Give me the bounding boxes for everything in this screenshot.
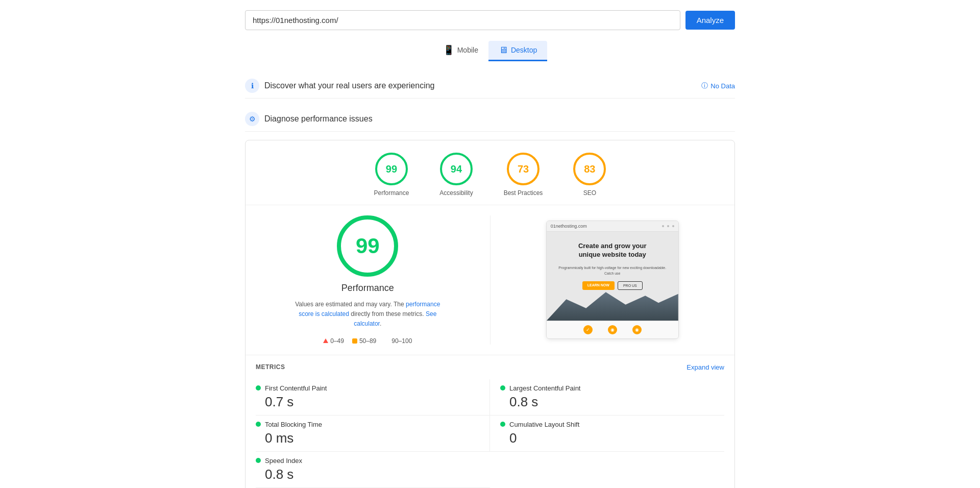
metric-lcp-value: 0.8 s (500, 394, 724, 410)
discover-title: Discover what your real users are experi… (264, 81, 434, 90)
preview-subtext: Programmically built for high-voltage fo… (554, 265, 671, 276)
metric-si-name: Speed Index (265, 457, 302, 465)
metric-fcp-dot (256, 385, 261, 391)
metric-tbt-dot (256, 422, 261, 427)
metric-fcp: First Contentful Paint 0.7 s (256, 379, 490, 416)
score-circle-seo: 83 (573, 153, 606, 185)
metric-cls: Cumulative Layout Shift 0 (490, 416, 724, 452)
legend-item-good: 90–100 (384, 337, 412, 345)
no-data-badge: ⓘ No Data (701, 81, 735, 90)
diagnose-icon: ⚙ (245, 112, 259, 126)
preview-icons-row: ✓ ◉ ◉ (547, 321, 678, 338)
preview-icon-3: ◉ (632, 325, 642, 334)
metric-fcp-name: First Contentful Paint (265, 384, 327, 392)
nav-dot-3 (672, 225, 674, 227)
big-score-circle: 99 (337, 215, 398, 277)
metric-cls-name: Cumulative Layout Shift (509, 421, 579, 428)
score-item-accessibility: 94 Accessibility (439, 153, 473, 197)
diagnose-section-header: ⚙ Diagnose performance issues (245, 107, 735, 132)
preview-bar: 01nethosting.com (547, 221, 678, 232)
preview-url: 01nethosting.com (551, 224, 658, 229)
big-score-label: Performance (341, 283, 394, 294)
metric-tbt-name-row: Total Blocking Time (256, 421, 479, 428)
preview-headline: Create and grow yourunique website today (578, 242, 647, 259)
legend-row: 0–49 50–89 90–100 (323, 337, 412, 345)
metric-si: Speed Index 0.8 s (256, 452, 490, 488)
discover-section-header: ℹ Discover what your real users are expe… (245, 74, 735, 99)
website-preview: 01nethosting.com Create and grow youruni… (546, 221, 679, 339)
metric-cls-value: 0 (500, 430, 724, 446)
metrics-title: METRICS (256, 363, 285, 371)
diagnose-title: Diagnose performance issues (264, 114, 373, 124)
score-circle-accessibility: 94 (440, 153, 473, 185)
metric-fcp-name-row: First Contentful Paint (256, 384, 479, 392)
analyze-button[interactable]: Analyze (685, 11, 735, 30)
metrics-header: METRICS Expand view (256, 363, 724, 371)
preview-icon-2: ◉ (608, 325, 617, 334)
tabs-row: 📱 Mobile 🖥 Desktop (245, 40, 735, 61)
preview-cta-2: PRO US (618, 281, 643, 290)
average-icon (352, 338, 357, 344)
expand-view-button[interactable]: Expand view (687, 363, 724, 371)
detail-right: 01nethosting.com Create and grow youruni… (491, 215, 725, 345)
metric-cls-dot (500, 422, 505, 427)
score-label-seo: SEO (583, 189, 596, 197)
metric-lcp-dot (500, 385, 505, 391)
good-icon (384, 338, 389, 344)
score-item-seo: 83 SEO (573, 153, 606, 197)
scores-row: 99 Performance 94 Accessibility 73 Best … (246, 140, 734, 205)
metric-si-name-row: Speed Index (256, 457, 480, 465)
metric-tbt-name: Total Blocking Time (265, 421, 322, 428)
metric-cls-name-row: Cumulative Layout Shift (500, 421, 724, 428)
detail-left: 99 Performance Values are estimated and … (256, 215, 491, 345)
legend-item-average: 50–89 (352, 337, 376, 345)
score-note: Values are estimated and may vary. The p… (291, 300, 444, 329)
metric-lcp-name: Largest Contentful Paint (509, 384, 580, 392)
search-bar: Analyze (245, 10, 735, 30)
desktop-icon: 🖥 (499, 45, 508, 56)
score-label-performance: Performance (374, 189, 409, 197)
discover-icon: ℹ (245, 79, 259, 93)
score-circle-best-practices: 73 (507, 153, 540, 185)
mobile-icon: 📱 (443, 44, 454, 56)
metrics-grid: First Contentful Paint 0.7 s Largest Con… (256, 379, 724, 488)
metric-lcp-name-row: Largest Contentful Paint (500, 384, 724, 392)
metric-tbt-value: 0 ms (256, 430, 479, 446)
preview-cta-1: LEARN NOW (582, 281, 615, 290)
preview-icon-1: ✓ (583, 325, 593, 334)
score-item-best-practices: 73 Best Practices (504, 153, 543, 197)
score-circle-performance: 99 (375, 153, 408, 185)
calc-link-2[interactable]: See calculator (354, 310, 436, 327)
score-label-best-practices: Best Practices (504, 189, 543, 197)
metric-tbt: Total Blocking Time 0 ms (256, 416, 490, 452)
metric-si-dot (256, 458, 261, 463)
info-icon: ⓘ (701, 81, 708, 90)
url-input[interactable] (245, 10, 680, 30)
metrics-section: METRICS Expand view First Contentful Pai… (246, 355, 734, 488)
score-label-accessibility: Accessibility (439, 189, 473, 197)
calc-link-1[interactable]: performance score is calculated (299, 301, 440, 318)
score-item-performance: 99 Performance (374, 153, 409, 197)
legend-item-fail: 0–49 (323, 337, 344, 345)
metric-si-value: 0.8 s (256, 467, 480, 482)
metric-fcp-value: 0.7 s (256, 394, 479, 410)
metric-lcp: Largest Contentful Paint 0.8 s (490, 379, 724, 416)
fail-icon (323, 338, 328, 343)
nav-dot-2 (667, 225, 669, 227)
tab-desktop[interactable]: 🖥 Desktop (488, 41, 547, 61)
preview-content: Create and grow yourunique website today… (547, 232, 678, 321)
score-card: 99 Performance 94 Accessibility 73 Best … (245, 140, 735, 488)
detail-section: 99 Performance Values are estimated and … (246, 205, 734, 355)
tab-mobile[interactable]: 📱 Mobile (433, 40, 488, 61)
preview-nav (662, 225, 674, 227)
page-wrapper: Analyze 📱 Mobile 🖥 Desktop ℹ Discover wh… (235, 0, 745, 488)
preview-mountain (547, 285, 678, 321)
preview-buttons: LEARN NOW PRO US (582, 281, 643, 290)
nav-dot-1 (662, 225, 664, 227)
